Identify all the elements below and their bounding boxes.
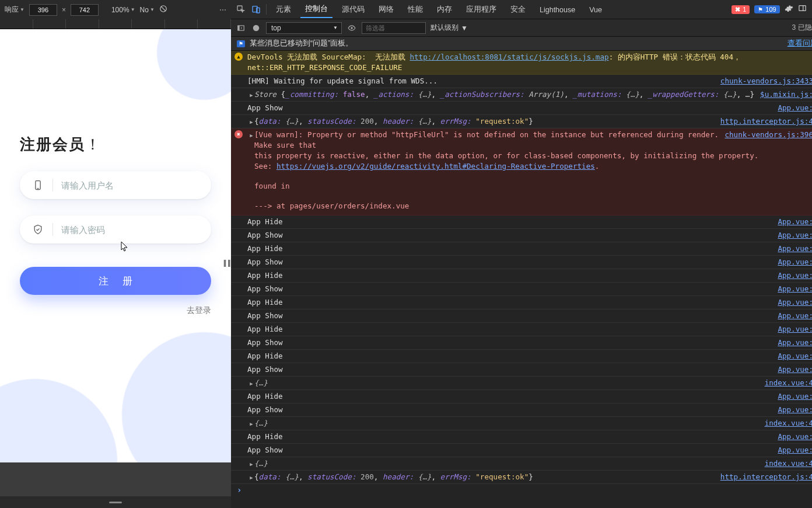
hidden-count: 3 已隐藏 bbox=[792, 23, 812, 33]
level-selector[interactable]: 默认级别▼ bbox=[430, 23, 468, 33]
register-button[interactable]: 注 册 bbox=[20, 267, 211, 295]
device-drag-bar[interactable] bbox=[0, 496, 231, 508]
tab-memory[interactable]: 内存 bbox=[432, 1, 457, 18]
source-link[interactable]: index.vue:40 bbox=[765, 378, 812, 388]
source-link[interactable]: chunk-vendors.js:3962 bbox=[724, 130, 812, 151]
source-link[interactable]: App.vue:6 bbox=[778, 103, 812, 113]
source-link[interactable]: App.vue:9 bbox=[778, 432, 812, 442]
dock-icon[interactable] bbox=[798, 4, 807, 15]
width-input[interactable] bbox=[29, 4, 57, 16]
inspect-icon[interactable] bbox=[236, 4, 246, 15]
password-row[interactable] bbox=[20, 215, 211, 243]
devtools-pane: 元素 控制台 源代码 网络 性能 内存 应用程序 安全 Lighthouse V… bbox=[231, 0, 812, 508]
source-link[interactable]: App.vue:9 bbox=[778, 391, 812, 402]
error-count-badge[interactable]: ✖1 bbox=[732, 5, 750, 14]
tab-console[interactable]: 控制台 bbox=[300, 1, 332, 18]
console-row-apphide: App HideApp.vue:9 bbox=[231, 350, 812, 363]
console-row-blob: ▶{…}index.vue:40 bbox=[231, 457, 812, 471]
source-link[interactable]: App.vue:9 bbox=[778, 243, 812, 254]
source-link[interactable]: index.vue:40 bbox=[765, 418, 812, 429]
source-link[interactable]: App.vue:6 bbox=[778, 337, 812, 348]
throttling-selector[interactable]: No▼ bbox=[140, 6, 155, 14]
source-link[interactable]: App.vue:9 bbox=[778, 351, 812, 361]
filter-input[interactable] bbox=[362, 22, 426, 34]
source-link[interactable]: index.vue:40 bbox=[765, 458, 812, 469]
tab-vue[interactable]: Vue bbox=[584, 2, 607, 17]
live-expression-icon[interactable] bbox=[346, 23, 357, 33]
source-link[interactable]: App.vue:6 bbox=[778, 364, 812, 375]
expand-icon[interactable]: ▶ bbox=[249, 130, 254, 141]
zoom-selector[interactable]: 100%▼ bbox=[111, 6, 135, 14]
source-link[interactable]: App.vue:9 bbox=[778, 324, 812, 335]
settings-icon[interactable] bbox=[785, 4, 793, 15]
issues-infobar-text: 某些消息已移动到“问题”面板。 bbox=[250, 39, 353, 48]
console-row-apphide: App HideApp.vue:9 bbox=[231, 390, 812, 403]
console-row-appshow: App ShowApp.vue:6 bbox=[231, 256, 812, 269]
source-link[interactable]: App.vue:9 bbox=[778, 217, 812, 227]
source-link[interactable]: App.vue:6 bbox=[778, 445, 812, 455]
clear-console-icon[interactable] bbox=[251, 23, 261, 33]
issues-infobar: ⚑ 某些消息已移动到“问题”面板。 查看问题 bbox=[231, 37, 812, 51]
devtools-tabbar: 元素 控制台 源代码 网络 性能 内存 应用程序 安全 Lighthouse V… bbox=[231, 0, 812, 19]
dim-x: × bbox=[62, 6, 66, 14]
source-link[interactable]: App.vue:9 bbox=[778, 297, 812, 308]
view-issues-link[interactable]: 查看问题 bbox=[788, 39, 812, 48]
expand-icon[interactable]: ▶ bbox=[249, 378, 254, 389]
source-link[interactable]: App.vue:6 bbox=[778, 257, 812, 267]
device-more-icon[interactable]: ⋯ bbox=[219, 6, 226, 14]
device-mode-icon[interactable] bbox=[251, 4, 261, 15]
tab-lighthouse[interactable]: Lighthouse bbox=[535, 2, 580, 17]
source-link[interactable]: App.vue:6 bbox=[778, 405, 812, 415]
console-row-apphide: App HideApp.vue:9 bbox=[231, 296, 812, 309]
app-content: 注册会员！ 注 册 bbox=[0, 29, 231, 462]
tab-application[interactable]: 应用程序 bbox=[461, 1, 501, 18]
height-input[interactable] bbox=[71, 4, 99, 16]
sourcemap-url-link[interactable]: http://localhost:8081/static/js/sockjs.j… bbox=[410, 53, 608, 61]
console-toolbar: top▼ 默认级别▼ 3 已隐藏 bbox=[231, 19, 812, 37]
console-row-appshow: App ShowApp.vue:6 bbox=[231, 336, 812, 350]
expand-icon[interactable]: ▶ bbox=[249, 459, 254, 469]
console-row-sourcemap-warn: ▲ DevTools 无法加载 SourceMap: 无法加载 http://l… bbox=[231, 51, 812, 75]
console-body[interactable]: ▲ DevTools 无法加载 SourceMap: 无法加载 http://l… bbox=[231, 51, 812, 508]
context-selector[interactable]: top▼ bbox=[266, 22, 342, 34]
console-row-appshow: App ShowApp.vue:6 bbox=[231, 102, 812, 115]
console-row-apphide: App HideApp.vue:9 bbox=[231, 215, 812, 229]
username-input[interactable] bbox=[61, 180, 200, 190]
source-link[interactable]: App.vue:6 bbox=[778, 311, 812, 321]
svg-rect-10 bbox=[238, 25, 240, 30]
expand-icon[interactable]: ▶ bbox=[249, 472, 254, 483]
no-network-icon[interactable] bbox=[159, 5, 167, 15]
password-input[interactable] bbox=[61, 225, 200, 235]
tab-performance[interactable]: 性能 bbox=[403, 1, 428, 18]
tab-elements[interactable]: 元素 bbox=[271, 1, 296, 18]
vue-guide-link[interactable]: https://vuejs.org/v2/guide/reactivity.ht… bbox=[276, 162, 595, 171]
expand-icon[interactable]: ▶ bbox=[249, 117, 254, 127]
source-link[interactable]: App.vue:6 bbox=[778, 284, 812, 294]
tab-security[interactable]: 安全 bbox=[506, 1, 530, 18]
console-row-response: ▶ {data {…}, statusCode 200, header {…},… bbox=[231, 115, 812, 128]
issues-count-badge[interactable]: ⚑109 bbox=[754, 5, 779, 13]
tab-network[interactable]: 网络 bbox=[374, 1, 398, 18]
source-link[interactable]: http.interceptor.js:49 bbox=[720, 116, 812, 127]
console-row-apphide: App HideApp.vue:9 bbox=[231, 269, 812, 283]
console-row-store: ▶ Store {_committing false, _actions {…}… bbox=[231, 88, 812, 102]
svg-point-13 bbox=[351, 27, 353, 29]
console-row-appshow: App ShowApp.vue:6 bbox=[231, 403, 812, 417]
source-link[interactable]: App.vue:6 bbox=[778, 230, 812, 241]
expand-icon[interactable]: ▶ bbox=[249, 90, 254, 100]
source-link[interactable]: $u.mixin.js:7 bbox=[760, 89, 812, 100]
username-row[interactable] bbox=[20, 171, 211, 199]
source-link[interactable]: App.vue:9 bbox=[778, 270, 812, 281]
shield-icon bbox=[32, 223, 44, 236]
responsive-selector[interactable]: 响应▼ bbox=[5, 5, 24, 15]
to-login-link[interactable]: 去登录 bbox=[20, 305, 211, 316]
source-link[interactable]: http.interceptor.js:49 bbox=[720, 472, 812, 482]
console-prompt[interactable]: › bbox=[231, 484, 812, 496]
console-row-appshow: App ShowApp.vue:6 bbox=[231, 283, 812, 296]
console-sidebar-toggle-icon[interactable] bbox=[236, 23, 246, 33]
source-link[interactable]: chunk-vendors.js:34331 bbox=[720, 76, 812, 86]
console-row-hmr: [HMR] Waiting for update signal from WDS… bbox=[231, 75, 812, 88]
svg-line-1 bbox=[161, 6, 166, 11]
tab-sources[interactable]: 源代码 bbox=[337, 1, 369, 18]
expand-icon[interactable]: ▶ bbox=[249, 419, 254, 429]
